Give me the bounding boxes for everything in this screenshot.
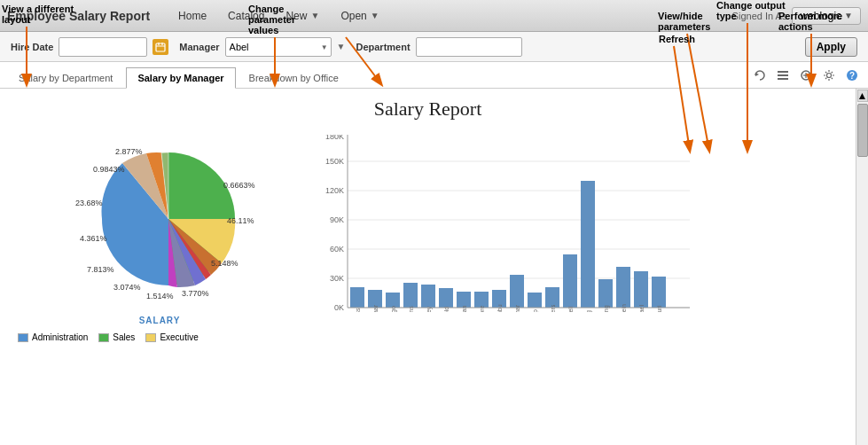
svg-text:Russell: Russell — [567, 306, 574, 312]
svg-text:Mourgo: Mourgo — [390, 306, 397, 312]
manager-group: Manager ▼ — [179, 37, 345, 57]
view-hide-params-icon[interactable] — [774, 66, 792, 84]
svg-text:2.877%: 2.877% — [115, 147, 143, 156]
svg-rect-65 — [421, 285, 435, 308]
calendar-icon[interactable] — [152, 39, 168, 55]
manager-select-wrapper — [225, 37, 332, 57]
svg-text:4.361%: 4.361% — [80, 234, 107, 243]
svg-text:60K: 60K — [330, 245, 344, 254]
change-output-icon[interactable] — [797, 66, 815, 84]
svg-rect-79 — [545, 287, 559, 308]
svg-text:Partners: Partners — [550, 304, 556, 312]
legend-executive: Executive — [145, 332, 198, 342]
svg-text:150K: 150K — [325, 157, 344, 166]
svg-text:Kaufling: Kaufling — [603, 305, 610, 312]
bar-section: 0K 30K 60K 90K 120K 150K 180K — [319, 135, 838, 315]
params-bar: Hire Date Manager ▼ Department Apply — [0, 32, 868, 62]
manager-label: Manager — [179, 42, 219, 52]
svg-rect-26 — [778, 78, 788, 80]
svg-rect-25 — [778, 74, 788, 76]
nav-open[interactable]: Open ▼ — [330, 6, 389, 26]
svg-rect-81 — [563, 254, 577, 308]
svg-rect-77 — [528, 293, 542, 308]
svg-rect-71 — [474, 292, 489, 308]
svg-text:Cambre: Cambre — [479, 305, 485, 312]
svg-text:0.9843%: 0.9843% — [93, 165, 125, 174]
svg-text:180K: 180K — [325, 135, 344, 141]
svg-rect-24 — [778, 71, 788, 73]
legend-color-exec — [145, 333, 156, 342]
svg-rect-69 — [457, 292, 471, 308]
svg-text:3.074%: 3.074% — [113, 283, 141, 292]
charts-row: 0.6663% 46.11% 5.148% 3.770% 1.514% 3.07… — [18, 135, 838, 342]
scrollbar-track[interactable]: ▲ — [856, 89, 868, 445]
nav-new[interactable]: New ▼ — [275, 6, 330, 26]
weblogic-button[interactable]: weblogic ▼ — [792, 7, 861, 25]
main-content: Salary Report — [0, 89, 856, 445]
hire-date-input[interactable] — [59, 37, 147, 57]
svg-text:0K: 0K — [334, 303, 344, 312]
refresh-icon[interactable] — [751, 66, 769, 84]
tab-salary-dept[interactable]: Salary by Department — [7, 67, 124, 88]
svg-text:King: King — [585, 310, 592, 312]
svg-text:Higgins: Higgins — [408, 306, 415, 312]
svg-text:Fripp: Fripp — [532, 309, 539, 312]
department-input[interactable] — [416, 37, 522, 57]
svg-rect-83 — [581, 181, 595, 308]
svg-text:Zlotkey: Zlotkey — [426, 306, 433, 312]
tab-salary-mgr[interactable]: Salary by Manager — [126, 67, 235, 89]
nav-catalog[interactable]: Catalog — [217, 6, 275, 26]
svg-rect-61 — [386, 293, 400, 308]
header-bar: Employee Salary Report Home Catalog New … — [0, 0, 868, 32]
weblogic-label: weblogic — [800, 10, 841, 22]
svg-text:Kochhar: Kochhar — [514, 304, 520, 312]
svg-rect-57 — [350, 287, 364, 308]
legend-label-exec: Executive — [160, 332, 198, 342]
gear-icon[interactable] — [820, 66, 838, 84]
manager-dropdown-indicator: ▼ — [337, 42, 346, 51]
app-title: Employee Salary Report — [7, 9, 150, 23]
svg-point-30 — [827, 74, 832, 78]
svg-rect-87 — [616, 267, 630, 308]
hire-date-group: Hire Date — [11, 37, 168, 57]
new-dropdown-arrow: ▼ — [310, 11, 319, 20]
weblogic-dropdown-arrow: ▼ — [844, 11, 853, 20]
manager-input[interactable] — [225, 37, 332, 57]
tab-icons: ? — [751, 66, 861, 88]
svg-text:0.6663%: 0.6663% — [223, 181, 255, 190]
legend-sales: Sales — [98, 332, 135, 342]
content-area: Salary Report — [0, 89, 868, 445]
svg-rect-67 — [439, 288, 453, 308]
header-right: Signed In As weblogic ▼ — [732, 7, 861, 25]
pie-title: SALARY — [18, 316, 301, 325]
department-label: Department — [356, 42, 410, 52]
signed-in-label: Signed In As — [732, 11, 787, 21]
hire-date-label: Hire Date — [11, 42, 53, 52]
svg-text:De Haar: De Haar — [372, 304, 379, 312]
legend-label-sales: Sales — [113, 332, 135, 342]
pie-section: 0.6663% 46.11% 5.148% 3.770% 1.514% 3.07… — [18, 135, 301, 342]
svg-text:1.514%: 1.514% — [146, 292, 174, 301]
svg-text:3.770%: 3.770% — [182, 289, 209, 298]
tabs-bar: Salary by Department Salary by Manager B… — [0, 62, 868, 89]
svg-text:Raphael: Raphael — [638, 305, 645, 312]
pie-chart-svg: 0.6663% 46.11% 5.148% 3.770% 1.514% 3.07… — [18, 135, 284, 303]
legend-color-sales — [98, 333, 109, 342]
legend-label-admin: Administration — [32, 332, 88, 342]
svg-text:46.11%: 46.11% — [227, 216, 254, 225]
svg-text:Errazuri: Errazuri — [656, 305, 662, 312]
legend-administration: Administration — [18, 332, 88, 342]
scrollbar-thumb[interactable] — [857, 104, 868, 157]
nav-home[interactable]: Home — [168, 6, 217, 26]
scrollbar-up-button[interactable]: ▲ — [857, 90, 868, 102]
svg-text:?: ? — [849, 71, 855, 81]
tab-breakdown-office[interactable]: Breakdown by Office — [238, 67, 350, 88]
apply-button[interactable]: Apply — [805, 37, 857, 57]
help-icon[interactable]: ? — [843, 66, 861, 84]
bar-chart-svg: 0K 30K 60K 90K 120K 150K 180K — [319, 135, 692, 312]
legend-color-admin — [18, 333, 28, 342]
svg-text:5.148%: 5.148% — [211, 259, 239, 268]
svg-text:120K: 120K — [325, 186, 344, 195]
open-dropdown-arrow: ▼ — [371, 11, 379, 20]
svg-rect-89 — [634, 271, 648, 308]
